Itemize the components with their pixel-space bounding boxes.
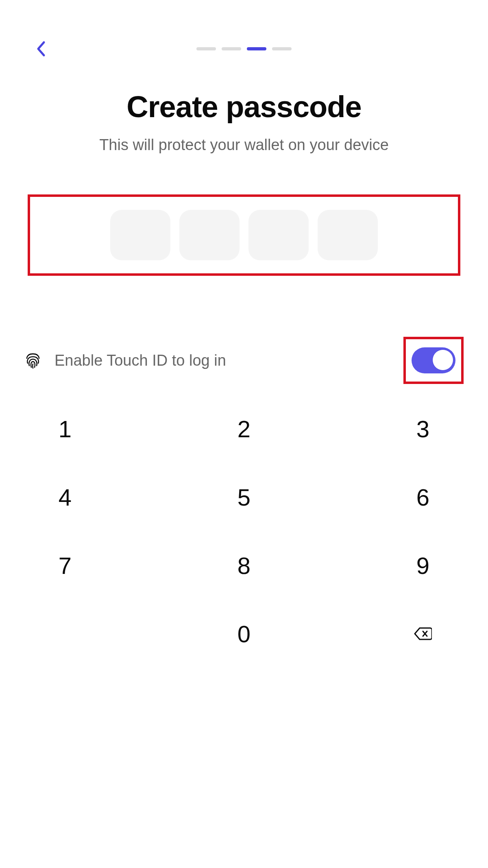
passcode-digit-2 xyxy=(179,210,240,260)
keypad-5[interactable]: 5 xyxy=(203,477,285,517)
touch-id-label: Enable Touch ID to log in xyxy=(54,352,403,369)
passcode-digit-4 xyxy=(318,210,378,260)
touch-id-row: Enable Touch ID to log in xyxy=(24,337,464,384)
fingerprint-icon xyxy=(24,352,41,369)
backspace-icon xyxy=(414,626,432,641)
keypad-9[interactable]: 9 xyxy=(382,545,464,586)
progress-step-1 xyxy=(196,47,216,50)
keypad-0[interactable]: 0 xyxy=(203,613,285,654)
page-subtitle: This will protect your wallet on your de… xyxy=(24,136,464,154)
keypad-7[interactable]: 7 xyxy=(24,545,106,586)
keypad-4[interactable]: 4 xyxy=(24,477,106,517)
chevron-left-icon xyxy=(36,41,46,57)
passcode-digit-1 xyxy=(110,210,170,260)
back-button[interactable] xyxy=(33,41,49,57)
keypad-backspace[interactable] xyxy=(382,613,464,654)
keypad-3[interactable]: 3 xyxy=(382,408,464,449)
progress-indicator xyxy=(196,47,292,50)
keypad: 1 2 3 4 5 6 7 8 9 0 xyxy=(24,408,464,654)
passcode-highlight-box xyxy=(28,194,460,276)
passcode-input[interactable] xyxy=(35,210,453,260)
page-title: Create passcode xyxy=(24,89,464,124)
progress-step-2 xyxy=(222,47,241,50)
toggle-knob xyxy=(432,349,453,371)
keypad-8[interactable]: 8 xyxy=(203,545,285,586)
keypad-2[interactable]: 2 xyxy=(203,408,285,449)
keypad-1[interactable]: 1 xyxy=(24,408,106,449)
passcode-digit-3 xyxy=(248,210,309,260)
toggle-highlight-box xyxy=(403,337,464,384)
progress-step-4 xyxy=(272,47,292,50)
progress-step-3 xyxy=(247,47,266,50)
touch-id-toggle[interactable] xyxy=(412,347,455,373)
keypad-empty xyxy=(24,613,106,654)
keypad-6[interactable]: 6 xyxy=(382,477,464,517)
